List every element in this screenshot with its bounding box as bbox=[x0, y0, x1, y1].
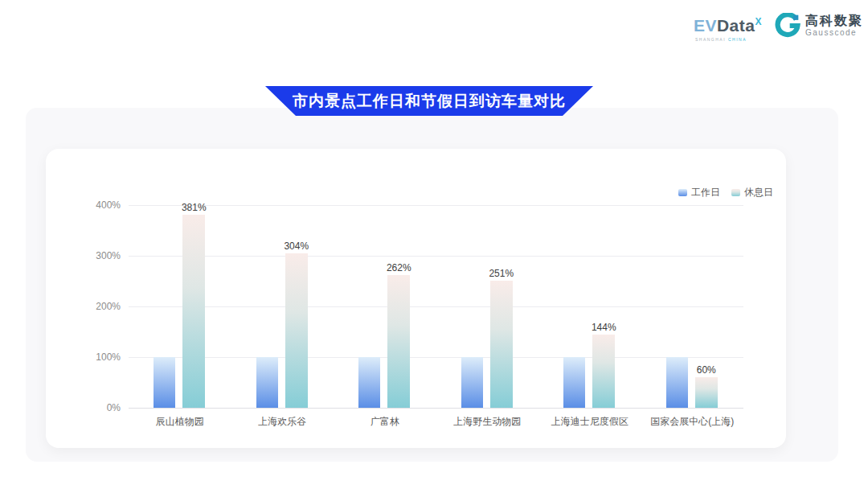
bar-weekday-辰山植物园[interactable] bbox=[154, 357, 175, 408]
bar-holiday-上海迪士尼度假区[interactable] bbox=[592, 335, 615, 408]
y-axis-tick: 100% bbox=[72, 352, 121, 362]
bar-holiday-辰山植物园[interactable] bbox=[182, 215, 205, 408]
data-label: 304% bbox=[272, 240, 321, 252]
bar-weekday-上海野生动物园[interactable] bbox=[461, 357, 483, 408]
gausscode-text: 高科数聚 Gausscode bbox=[805, 14, 863, 38]
bar-chart: 0%100%200%300%400%381%辰山植物园304%上海欢乐谷262%… bbox=[46, 149, 786, 448]
y-axis-tick: 200% bbox=[72, 302, 121, 311]
bar-holiday-上海野生动物园[interactable] bbox=[490, 281, 513, 408]
chart-legend: 工作日 休息日 bbox=[678, 186, 773, 199]
weekday-legend-label: 工作日 bbox=[691, 186, 720, 199]
x-axis-label: 上海欢乐谷 bbox=[230, 415, 334, 429]
gausscode-cn: 高科数聚 bbox=[805, 14, 863, 28]
legend-item-holiday[interactable]: 休息日 bbox=[731, 186, 773, 199]
bar-weekday-上海欢乐谷[interactable] bbox=[256, 357, 278, 408]
evdata-logo: EVDataX SHANGHAI CHINA bbox=[694, 13, 762, 42]
evdata-subtitle: SHANGHAI CHINA bbox=[695, 37, 747, 42]
holiday-legend-swatch bbox=[731, 189, 740, 196]
evdata-sub-shanghai: SHANGHAI bbox=[695, 37, 726, 42]
x-axis-label: 辰山植物园 bbox=[128, 415, 232, 429]
data-label: 381% bbox=[170, 202, 218, 213]
gausscode-g-icon bbox=[775, 13, 800, 39]
bar-holiday-上海欢乐谷[interactable] bbox=[285, 253, 308, 408]
gausscode-logo: 高科数聚 Gausscode bbox=[775, 13, 863, 39]
x-axis-label: 国家会展中心(上海) bbox=[640, 415, 744, 429]
weekday-legend-swatch bbox=[678, 189, 687, 196]
x-axis-label: 广富林 bbox=[333, 415, 437, 429]
gausscode-en: Gausscode bbox=[805, 28, 863, 38]
evdata-data: Data bbox=[717, 16, 755, 35]
chart-title-banner: 市内景点工作日和节假日到访车量对比 bbox=[265, 86, 593, 116]
chart-title: 市内景点工作日和节假日到访车量对比 bbox=[293, 91, 566, 112]
data-label: 251% bbox=[477, 268, 526, 279]
legend-item-weekday[interactable]: 工作日 bbox=[678, 186, 720, 199]
y-axis-tick: 0% bbox=[72, 403, 121, 413]
holiday-legend-label: 休息日 bbox=[744, 186, 773, 199]
x-axis-label: 上海野生动物园 bbox=[435, 415, 539, 429]
bar-weekday-上海迪士尼度假区[interactable] bbox=[563, 357, 585, 408]
evdata-ev: EV bbox=[694, 16, 717, 35]
logo-bar: EVDataX SHANGHAI CHINA 高科数聚 Gausscode bbox=[694, 13, 863, 42]
bar-holiday-国家会展中心(上海)[interactable] bbox=[695, 377, 718, 408]
y-axis-tick: 400% bbox=[72, 200, 121, 210]
bar-weekday-广富林[interactable] bbox=[358, 357, 380, 408]
evdata-wordmark: EVDataX bbox=[694, 13, 762, 35]
evdata-sub-china: CHINA bbox=[728, 37, 747, 42]
evdata-x-mark: X bbox=[755, 16, 762, 27]
gridline-0% bbox=[129, 408, 743, 409]
data-label: 60% bbox=[682, 364, 731, 376]
gridline-400% bbox=[129, 205, 743, 206]
chart-card: 0%100%200%300%400%381%辰山植物园304%上海欢乐谷262%… bbox=[46, 149, 786, 448]
data-label: 262% bbox=[375, 262, 423, 273]
gridline-100% bbox=[129, 357, 743, 358]
y-axis-tick: 300% bbox=[72, 251, 121, 261]
gridline-300% bbox=[129, 256, 743, 257]
bar-holiday-广富林[interactable] bbox=[387, 275, 410, 408]
gridline-200% bbox=[129, 306, 743, 307]
data-label: 144% bbox=[579, 322, 628, 333]
x-axis-label: 上海迪士尼度假区 bbox=[538, 415, 642, 429]
